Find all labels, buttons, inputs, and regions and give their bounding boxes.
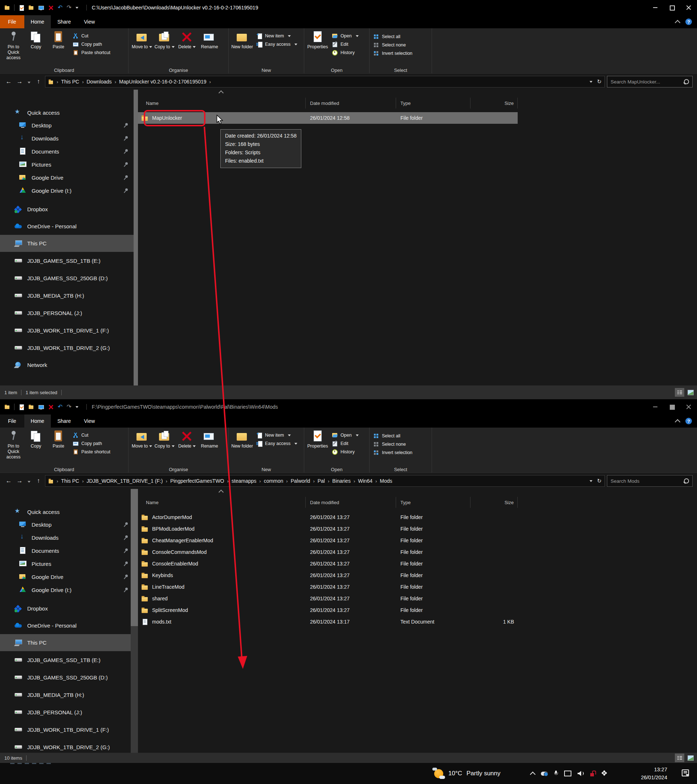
titlebar[interactable]: ↶ ↷ C:\Users\JacobBubeer\Downloads\MapUn… <box>0 0 697 15</box>
sidebar-scrollbar[interactable] <box>133 90 138 385</box>
ribbon-button[interactable]: Select none <box>373 441 412 448</box>
folder-icon[interactable] <box>4 5 10 10</box>
sidebar-item[interactable]: Documents <box>0 544 138 557</box>
sidebar-item[interactable]: Google Drive (I:) <box>0 184 138 197</box>
column-header-name[interactable]: Name <box>138 98 306 109</box>
ribbon-button[interactable]: Paste shortcut <box>73 449 110 455</box>
recent-locations-icon[interactable] <box>26 78 32 85</box>
tab-share[interactable]: Share <box>51 415 77 428</box>
sidebar-item[interactable]: Dropbox <box>0 201 138 218</box>
column-header-date[interactable]: Date modified <box>306 497 396 508</box>
maximize-button[interactable] <box>664 399 680 415</box>
ribbon-button[interactable]: Pin to Quick access <box>2 429 25 466</box>
sidebar-item[interactable]: OneDrive - Personal <box>0 617 138 634</box>
ribbon-button[interactable]: Invert selection <box>373 450 412 456</box>
details-view-button[interactable] <box>675 388 684 397</box>
tab-share[interactable]: Share <box>51 15 77 28</box>
column-header-size[interactable]: Size <box>470 98 518 109</box>
sidebar-item[interactable]: Pictures <box>0 557 138 570</box>
ribbon-button[interactable]: Select none <box>373 42 412 48</box>
back-icon[interactable]: ← <box>4 477 13 484</box>
ribbon-button[interactable]: Delete <box>176 429 198 466</box>
dropbox-tray-icon[interactable] <box>601 770 608 777</box>
details-view-button[interactable] <box>675 754 684 762</box>
sidebar-item-drive[interactable]: JDJB_GAMES_SSD_1TB (E:) <box>0 252 138 269</box>
ribbon-button[interactable]: Select all <box>373 433 412 439</box>
breadcrumb-item[interactable]: › Downloads <box>79 79 112 84</box>
back-icon[interactable]: ← <box>4 78 13 85</box>
action-center-icon[interactable] <box>682 769 689 776</box>
sidebar-item-drive[interactable]: JDJB_GAMES_SSD_1TB (E:) <box>0 651 138 669</box>
delete-icon[interactable] <box>48 5 54 10</box>
column-header-date[interactable]: Date modified <box>306 98 396 109</box>
sidebar-item-drive[interactable]: JDJB_WORK_1TB_DRIVE_1 (F:) <box>0 721 138 738</box>
table-row[interactable]: LineTraceMod 26/01/2024 13:27 File folde… <box>138 581 518 593</box>
new-folder-icon[interactable] <box>28 5 34 10</box>
tab-home[interactable]: Home <box>24 15 51 28</box>
breadcrumb-item[interactable]: › JDJB_WORK_1TB_DRIVE_1 (F:) <box>79 478 163 484</box>
search-input[interactable]: Search MapUnlocker... <box>607 76 693 87</box>
ribbon-button[interactable]: Open <box>332 33 359 39</box>
sidebar-scrollbar[interactable] <box>131 489 138 753</box>
ribbon-button[interactable]: Paste shortcut <box>73 49 110 56</box>
maximize-button[interactable] <box>664 0 680 15</box>
undo-icon[interactable]: ↶ <box>58 404 63 409</box>
search-icon[interactable] <box>684 478 689 483</box>
rename-icon[interactable] <box>38 404 44 410</box>
tab-view[interactable]: View <box>77 415 101 428</box>
tab-file[interactable]: File <box>0 415 24 428</box>
redo-icon[interactable]: ↷ <box>66 5 71 10</box>
sidebar-item-quick-access[interactable]: Quick access <box>0 506 138 518</box>
sidebar-item[interactable]: This PC <box>0 235 138 252</box>
ribbon-button[interactable]: Delete <box>176 30 198 67</box>
search-icon[interactable] <box>684 79 689 84</box>
tab-home[interactable]: Home <box>24 415 51 428</box>
tab-file[interactable]: File <box>0 15 24 28</box>
ribbon-button[interactable]: New folder <box>231 429 254 466</box>
ribbon-button[interactable]: Edit <box>332 41 359 48</box>
address-box[interactable]: › This PC › Downloads › MapUnlocker v0.2… <box>45 76 605 87</box>
taskbar-app-icons[interactable] <box>10 763 51 764</box>
table-row[interactable]: ConsoleEnablerMod 26/01/2024 13:27 File … <box>138 558 518 570</box>
ribbon-button[interactable]: Edit <box>332 440 359 447</box>
ribbon-button[interactable]: New item <box>256 33 297 39</box>
breadcrumb-item[interactable]: › Win64 <box>351 478 372 484</box>
breadcrumb-item[interactable]: › This PC <box>54 478 79 484</box>
display-network-icon[interactable] <box>564 771 572 776</box>
sidebar-item-drive[interactable]: JDJB_WORK_1TB_DRIVE_2 (G:) <box>0 738 138 753</box>
rename-icon[interactable] <box>38 5 44 10</box>
undo-icon[interactable]: ↶ <box>58 5 63 10</box>
breadcrumb-item[interactable]: › steamapps <box>224 478 257 484</box>
sort-ascending-icon[interactable] <box>219 91 224 96</box>
sidebar-item[interactable]: Google Drive <box>0 171 138 184</box>
thumbnail-view-button[interactable] <box>686 388 695 397</box>
column-header-name[interactable]: Name <box>138 497 306 508</box>
ribbon-button[interactable]: History <box>332 49 359 56</box>
sidebar-item[interactable]: Desktop <box>0 518 138 531</box>
onedrive-sync-icon[interactable] <box>541 772 548 776</box>
customize-toolbar-icon[interactable] <box>76 7 78 9</box>
minimize-button[interactable] <box>647 399 664 415</box>
ribbon-button[interactable]: Pin to Quick access <box>2 30 25 67</box>
sidebar-item[interactable]: Dropbox <box>0 600 138 617</box>
ribbon-button[interactable]: Select all <box>373 33 412 40</box>
table-row[interactable]: SplitScreenMod 26/01/2024 13:27 File fol… <box>138 604 518 616</box>
forward-icon[interactable]: → <box>15 477 24 484</box>
up-icon[interactable]: ↑ <box>34 477 43 484</box>
ribbon-button[interactable]: Copy to <box>153 429 176 466</box>
sidebar-item[interactable]: Desktop <box>0 119 138 132</box>
breadcrumb-item[interactable]: › MapUnlocker v0.2-16-0-2-1706195019 <box>112 79 206 84</box>
sidebar-item[interactable]: Downloads <box>0 132 138 145</box>
address-dropdown-icon[interactable] <box>590 480 592 482</box>
forward-icon[interactable]: → <box>15 78 24 85</box>
sidebar-item-drive[interactable]: JDJB_MEDIA_2TB (H:) <box>0 686 138 703</box>
speaker-icon[interactable] <box>578 771 584 776</box>
properties-icon[interactable] <box>18 5 24 10</box>
minimize-ribbon-icon[interactable] <box>675 20 681 26</box>
weather-widget[interactable]: 10°C Partly sunny <box>434 763 501 784</box>
ribbon-button[interactable]: Copy path <box>73 440 110 447</box>
table-row[interactable]: shared 26/01/2024 13:27 File folder <box>138 593 518 604</box>
sidebar-item[interactable]: OneDrive - Personal <box>0 218 138 235</box>
table-row[interactable]: ConsoleCommandsMod 26/01/2024 13:27 File… <box>138 546 518 558</box>
ribbon-button[interactable]: Properties <box>306 30 329 67</box>
